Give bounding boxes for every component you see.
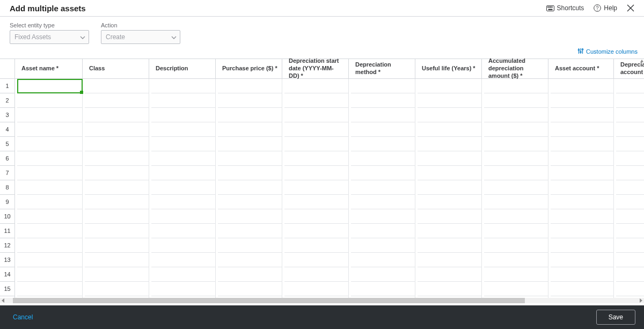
grid-cell[interactable] bbox=[151, 195, 216, 209]
grid-cell[interactable] bbox=[551, 180, 614, 195]
grid-cell[interactable] bbox=[616, 238, 644, 253]
grid-cell[interactable] bbox=[418, 79, 482, 93]
grid-cell[interactable] bbox=[17, 151, 83, 166]
row-number[interactable]: 3 bbox=[0, 108, 15, 122]
grid-cell[interactable] bbox=[218, 209, 282, 224]
row-number[interactable]: 2 bbox=[0, 93, 15, 108]
grid-cell[interactable] bbox=[418, 166, 482, 180]
scrollbar-track[interactable] bbox=[6, 298, 638, 303]
row-number[interactable]: 9 bbox=[0, 195, 15, 209]
grid-cell[interactable] bbox=[484, 267, 548, 282]
grid-cell[interactable] bbox=[17, 195, 83, 209]
grid-cell[interactable] bbox=[551, 166, 614, 180]
row-number[interactable]: 13 bbox=[0, 253, 15, 267]
row-number[interactable]: 11 bbox=[0, 224, 15, 238]
grid-cell[interactable] bbox=[151, 238, 216, 253]
grid-cell[interactable] bbox=[218, 195, 282, 209]
grid-cell[interactable] bbox=[85, 122, 149, 137]
grid-cell[interactable] bbox=[151, 224, 216, 238]
grid-cell[interactable] bbox=[151, 253, 216, 267]
grid-cell[interactable] bbox=[218, 137, 282, 151]
grid-cell[interactable] bbox=[218, 166, 282, 180]
grid-cell[interactable] bbox=[351, 253, 415, 267]
grid-cell[interactable] bbox=[418, 238, 482, 253]
save-button[interactable]: Save bbox=[596, 310, 635, 325]
grid-cell[interactable] bbox=[551, 238, 614, 253]
grid-cell[interactable] bbox=[85, 224, 149, 238]
grid-cell[interactable] bbox=[551, 195, 614, 209]
grid-cell[interactable] bbox=[351, 224, 415, 238]
grid-cell[interactable] bbox=[17, 93, 83, 108]
grid-cell[interactable] bbox=[17, 166, 83, 180]
grid-cell[interactable] bbox=[484, 122, 548, 137]
grid-cell[interactable] bbox=[151, 108, 216, 122]
grid-cell[interactable] bbox=[151, 151, 216, 166]
row-number[interactable]: 12 bbox=[0, 238, 15, 253]
column-header[interactable]: Asset account * bbox=[551, 59, 614, 79]
grid-cell[interactable] bbox=[17, 108, 83, 122]
grid-cell[interactable] bbox=[551, 151, 614, 166]
grid-cell[interactable] bbox=[616, 209, 644, 224]
grid-cell[interactable] bbox=[85, 79, 149, 93]
grid-cell[interactable] bbox=[551, 122, 614, 137]
scroll-left-button[interactable] bbox=[0, 298, 6, 303]
grid-cell[interactable] bbox=[616, 180, 644, 195]
row-number[interactable]: 4 bbox=[0, 122, 15, 137]
grid-cell[interactable] bbox=[284, 93, 349, 108]
grid-cell[interactable] bbox=[616, 122, 644, 137]
grid-cell[interactable] bbox=[284, 151, 349, 166]
grid-cell[interactable] bbox=[551, 282, 614, 296]
grid-cell[interactable] bbox=[17, 79, 83, 93]
grid-cell[interactable] bbox=[418, 209, 482, 224]
grid-cell[interactable] bbox=[85, 93, 149, 108]
grid-cell[interactable] bbox=[85, 253, 149, 267]
grid-cell[interactable] bbox=[351, 93, 415, 108]
grid-cell[interactable] bbox=[418, 267, 482, 282]
grid-cell[interactable] bbox=[351, 79, 415, 93]
grid-cell[interactable] bbox=[151, 122, 216, 137]
grid-cell[interactable] bbox=[218, 180, 282, 195]
grid-cell[interactable] bbox=[484, 180, 548, 195]
grid-cell[interactable] bbox=[17, 282, 83, 296]
grid-cell[interactable] bbox=[151, 209, 216, 224]
grid-cell[interactable] bbox=[551, 267, 614, 282]
row-number[interactable]: 15 bbox=[0, 282, 15, 296]
grid-cell[interactable] bbox=[284, 195, 349, 209]
grid-cell[interactable] bbox=[284, 180, 349, 195]
grid-cell[interactable] bbox=[418, 93, 482, 108]
grid-cell[interactable] bbox=[551, 79, 614, 93]
row-number[interactable]: 1 bbox=[0, 79, 15, 93]
column-header[interactable]: Useful life (Years) * bbox=[418, 59, 482, 79]
grid-cell[interactable] bbox=[616, 93, 644, 108]
grid-cell[interactable] bbox=[616, 151, 644, 166]
grid-cell[interactable] bbox=[284, 267, 349, 282]
column-header[interactable]: Depreciation start date (YYYY-MM-DD) * bbox=[284, 59, 349, 79]
grid-cell[interactable] bbox=[85, 180, 149, 195]
grid-cell[interactable] bbox=[418, 151, 482, 166]
grid-cell[interactable] bbox=[218, 238, 282, 253]
grid-cell[interactable] bbox=[418, 253, 482, 267]
row-number[interactable]: 7 bbox=[0, 166, 15, 180]
grid-cell[interactable] bbox=[85, 282, 149, 296]
grid-cell[interactable] bbox=[218, 79, 282, 93]
grid-cell[interactable] bbox=[218, 151, 282, 166]
grid-cell[interactable] bbox=[284, 224, 349, 238]
grid-cell[interactable] bbox=[418, 137, 482, 151]
grid-cell[interactable] bbox=[351, 267, 415, 282]
grid-cell[interactable] bbox=[284, 137, 349, 151]
grid-cell[interactable] bbox=[151, 267, 216, 282]
grid-cell[interactable] bbox=[85, 195, 149, 209]
grid-cell[interactable] bbox=[484, 209, 548, 224]
grid-cell[interactable] bbox=[551, 224, 614, 238]
help-button[interactable]: Help bbox=[594, 4, 617, 12]
grid-cell[interactable] bbox=[351, 195, 415, 209]
close-button[interactable] bbox=[627, 4, 634, 12]
grid-cell[interactable] bbox=[284, 166, 349, 180]
grid-cell[interactable] bbox=[351, 151, 415, 166]
grid-cell[interactable] bbox=[218, 93, 282, 108]
grid-cell[interactable] bbox=[351, 122, 415, 137]
row-number[interactable]: 8 bbox=[0, 180, 15, 195]
grid-cell[interactable] bbox=[151, 166, 216, 180]
grid-cell[interactable] bbox=[351, 282, 415, 296]
grid-cell[interactable] bbox=[218, 267, 282, 282]
